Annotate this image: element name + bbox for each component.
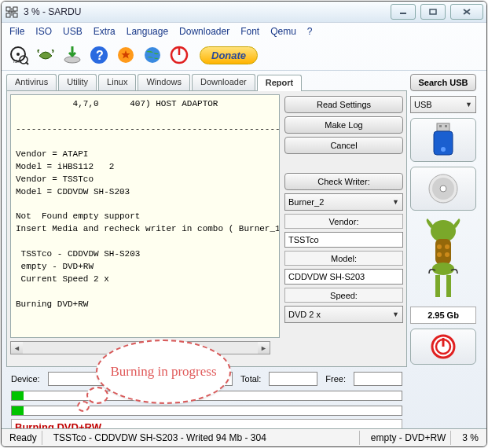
medium-combo[interactable]: USB▼ bbox=[410, 96, 476, 113]
close-button[interactable] bbox=[450, 4, 483, 20]
svg-point-27 bbox=[441, 147, 446, 152]
svg-rect-38 bbox=[435, 275, 440, 297]
size-label: 2.95 Gb bbox=[410, 307, 476, 324]
status-media: empty - DVD+RW bbox=[366, 431, 451, 445]
window-title: 3 % - SARDU bbox=[24, 6, 81, 17]
make-log-button[interactable]: Make Log bbox=[284, 116, 403, 134]
svg-point-33 bbox=[437, 244, 442, 249]
svg-text:ISO: ISO bbox=[13, 59, 22, 64]
titlebar: 3 % - SARDU bbox=[2, 2, 486, 23]
svg-point-37 bbox=[432, 263, 454, 275]
read-settings-button[interactable]: Read Settings bbox=[284, 96, 403, 113]
svg-rect-24 bbox=[439, 125, 442, 127]
menu-downloader[interactable]: Downloader bbox=[179, 26, 229, 37]
model-label: Model: bbox=[284, 251, 403, 266]
device-label: Device: bbox=[11, 374, 40, 384]
menu-usb[interactable]: USB bbox=[63, 26, 83, 37]
menu-extra[interactable]: Extra bbox=[94, 26, 116, 37]
free-label: Free: bbox=[325, 374, 346, 384]
svg-point-36 bbox=[445, 252, 449, 257]
svg-rect-2 bbox=[6, 13, 10, 17]
model-value: CDDVDW SH-S203 bbox=[284, 269, 403, 285]
svg-point-34 bbox=[445, 244, 449, 249]
speed-label: Speed: bbox=[284, 288, 403, 303]
svg-point-15 bbox=[64, 57, 80, 63]
svg-rect-23 bbox=[437, 123, 449, 131]
total-field bbox=[269, 372, 317, 386]
status-percent: 3 % bbox=[457, 431, 483, 445]
minimize-button[interactable] bbox=[391, 4, 416, 20]
menu-font[interactable]: Font bbox=[240, 26, 259, 37]
scroll-right-icon[interactable]: ► bbox=[258, 342, 270, 354]
tab-windows[interactable]: Windows bbox=[138, 74, 190, 90]
statusbar: Ready TSSTco - CDDVDW SH-S203 - Writed 9… bbox=[2, 428, 486, 446]
svg-point-11 bbox=[17, 53, 20, 56]
menu-language[interactable]: Language bbox=[127, 26, 168, 37]
disc-button[interactable] bbox=[410, 167, 476, 211]
svg-rect-25 bbox=[445, 125, 447, 127]
donate-button[interactable]: Donate bbox=[200, 46, 258, 64]
menu-help[interactable]: ? bbox=[307, 26, 313, 37]
check-writer-button[interactable]: Check Writer: bbox=[284, 173, 403, 190]
scroll-left-icon[interactable]: ◄ bbox=[11, 342, 23, 354]
menu-qemu[interactable]: Qemu bbox=[270, 26, 296, 37]
menu-file[interactable]: File bbox=[9, 26, 24, 37]
svg-line-13 bbox=[26, 62, 28, 64]
burner-combo[interactable]: Burner_2▼ bbox=[284, 193, 403, 211]
power-button[interactable] bbox=[410, 329, 476, 365]
tab-utility[interactable]: Utility bbox=[58, 74, 97, 90]
maximize-button[interactable] bbox=[420, 4, 446, 20]
total-label: Total: bbox=[240, 374, 261, 384]
svg-rect-7 bbox=[430, 9, 436, 14]
svg-rect-1 bbox=[13, 7, 17, 11]
tab-report[interactable]: Report bbox=[257, 75, 302, 91]
svg-rect-32 bbox=[435, 239, 451, 264]
dragonball-icon[interactable] bbox=[115, 44, 137, 66]
report-log[interactable]: 4,7,0 407) HOST ADAPTOR ----------------… bbox=[10, 94, 280, 338]
tab-linux[interactable]: Linux bbox=[98, 74, 136, 90]
svg-text:?: ? bbox=[96, 49, 104, 62]
viking-icon[interactable] bbox=[35, 44, 57, 66]
menubar: File ISO USB Extra Language Downloader F… bbox=[2, 23, 486, 40]
tabbar: Antivirus Utility Linux Windows Download… bbox=[6, 74, 407, 91]
globe-icon[interactable] bbox=[141, 44, 163, 66]
callout-annotation: Burning in progress bbox=[96, 340, 231, 404]
svg-rect-0 bbox=[6, 7, 10, 11]
free-field bbox=[354, 372, 402, 386]
report-panel: 4,7,0 407) HOST ADAPTOR ----------------… bbox=[6, 91, 407, 367]
cancel-button[interactable]: Cancel bbox=[284, 137, 403, 154]
svg-point-30 bbox=[440, 185, 446, 192]
svg-rect-39 bbox=[446, 275, 451, 297]
speed-combo[interactable]: DVD 2 x▼ bbox=[284, 306, 403, 323]
search-usb-button[interactable]: Search USB bbox=[410, 74, 476, 91]
svg-point-31 bbox=[431, 220, 456, 242]
svg-rect-3 bbox=[13, 13, 17, 17]
alien-icon bbox=[410, 215, 476, 302]
progress-2 bbox=[11, 406, 402, 416]
help-icon[interactable]: ? bbox=[88, 44, 110, 66]
iso-search-icon[interactable]: ISO bbox=[8, 44, 30, 66]
vendor-value: TSSTco bbox=[284, 232, 403, 248]
app-icon bbox=[5, 5, 19, 19]
tab-antivirus[interactable]: Antivirus bbox=[6, 74, 57, 90]
download-disc-icon[interactable] bbox=[61, 44, 83, 66]
tab-downloader[interactable]: Downloader bbox=[192, 74, 255, 90]
status-ready: Ready bbox=[5, 431, 42, 445]
status-drive: TSSTco - CDDVDW SH-S203 - Writed 94 Mb -… bbox=[49, 431, 360, 445]
vendor-label: Vendor: bbox=[284, 214, 403, 229]
usb-button[interactable] bbox=[410, 118, 476, 162]
power-icon[interactable] bbox=[168, 44, 190, 66]
toolbar: ISO ? Donate bbox=[2, 40, 486, 71]
menu-iso[interactable]: ISO bbox=[35, 26, 52, 37]
svg-point-20 bbox=[145, 47, 160, 63]
svg-point-35 bbox=[437, 252, 442, 257]
